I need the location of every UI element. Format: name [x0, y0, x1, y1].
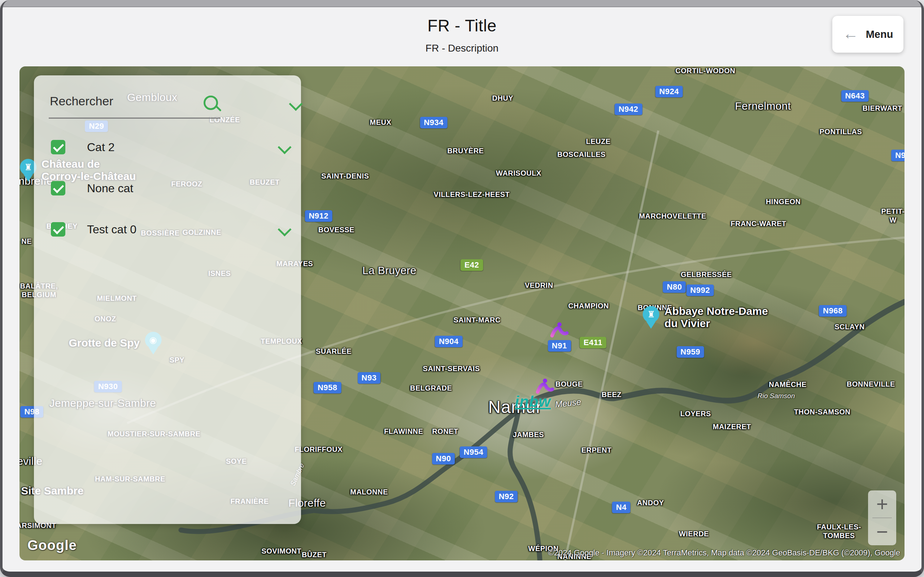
category-label: None cat: [87, 182, 133, 195]
page-title: FR - Title: [3, 16, 921, 35]
chevron-down-icon[interactable]: [278, 140, 291, 154]
back-arrow-icon: ←: [843, 26, 859, 42]
category-row: Cat 2: [51, 136, 292, 158]
zoom-out-button[interactable]: −: [868, 518, 896, 545]
category-checkbox[interactable]: [51, 181, 65, 195]
google-logo: Google: [27, 538, 77, 553]
menu-button-label: Menu: [866, 29, 893, 40]
zoom-in-button[interactable]: +: [868, 490, 896, 517]
window-titlebar: [3, 0, 921, 7]
category-label: Test cat 0: [87, 223, 136, 236]
category-list: Cat 2 None cat Test cat 0: [34, 76, 301, 524]
category-checkbox[interactable]: [51, 222, 65, 237]
menu-button[interactable]: ← Menu: [832, 16, 903, 53]
zoom-control: + −: [868, 490, 896, 545]
header: FR - Title FR - Description: [3, 7, 921, 54]
page-subtitle: FR - Description: [3, 43, 921, 54]
chevron-down-icon[interactable]: [278, 222, 291, 236]
category-checkbox[interactable]: [51, 140, 65, 154]
category-row: None cat: [51, 177, 292, 200]
category-label: Cat 2: [87, 141, 115, 154]
map-attribution: ©2024 Google - Imagery ©2024 TerraMetric…: [548, 548, 900, 558]
category-row: Test cat 0: [51, 218, 292, 240]
satellite-map[interactable]: CORTIL-WODONDHUYMEUXLEUZEBOSCAILLESBRUYÈ…: [19, 66, 905, 561]
filter-panel: Rechercher Cat 2 None cat: [34, 76, 301, 524]
inbw-brand-marker[interactable]: inbw: [515, 393, 551, 410]
app-window: FR - Title FR - Description ← Menu CORTI…: [0, 0, 924, 577]
